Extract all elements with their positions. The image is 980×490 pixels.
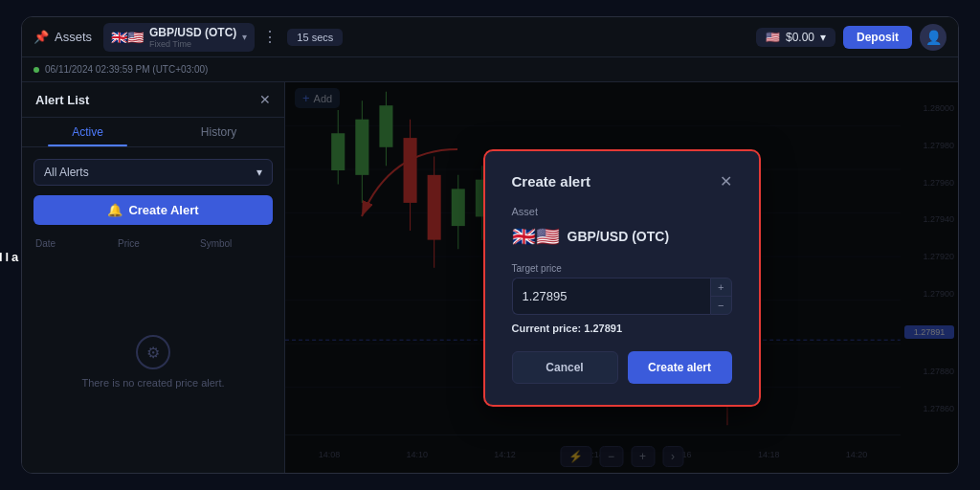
col-symbol: Symbol <box>200 238 271 249</box>
tab-history[interactable]: History <box>153 118 284 146</box>
all-alerts-label: All Alerts <box>44 166 89 179</box>
top-bar-right: 🇺🇸 $0.00 ▾ Deposit 👤 <box>756 24 947 51</box>
modal-title: Create alert <box>512 173 591 189</box>
top-bar: 📌 Assets 🇬🇧🇺🇸 GBP/USD (OTC) Fixed Time ▾… <box>22 17 958 57</box>
main-frame: 📌 Assets 🇬🇧🇺🇸 GBP/USD (OTC) Fixed Time ▾… <box>21 16 959 474</box>
modal-flag: 🇬🇧🇺🇸 <box>512 225 560 248</box>
sidebar-title: Alert List <box>35 93 89 107</box>
binolla-text: Binolla <box>0 250 21 264</box>
assets-label[interactable]: Assets <box>55 30 92 44</box>
modal-create-alert-button[interactable]: Create alert <box>628 351 732 384</box>
col-date: Date <box>35 238 106 249</box>
modal-actions: Cancel Create alert <box>512 351 732 384</box>
currency-sub: Fixed Time <box>149 39 236 49</box>
create-alert-label: Create Alert <box>128 203 198 217</box>
table-header: Date Price Symbol <box>33 234 273 253</box>
modal-header: Create alert ✕ <box>512 172 732 190</box>
chevron-down-icon: ▾ <box>242 32 247 42</box>
pin-icon: 📌 <box>33 30 49 44</box>
create-alert-icon: 🔔 <box>107 203 122 217</box>
chart-area: + Add <box>285 82 958 473</box>
binolla-logo: ℳ Binolla <box>0 214 10 276</box>
time-interval[interactable]: 15 secs <box>287 29 343 46</box>
flag-gbp: 🇬🇧🇺🇸 <box>111 30 144 45</box>
currency-pair: GBP/USD (OTC) <box>149 26 236 39</box>
date-bar: 06/11/2024 02:39:59 PM (UTC+03:00) <box>22 57 958 82</box>
modal-close-icon[interactable]: ✕ <box>720 172 732 190</box>
select-chevron-icon: ▾ <box>256 166 262 179</box>
dots-menu-icon[interactable]: ⋮ <box>262 28 278 46</box>
create-alert-button[interactable]: 🔔 Create Alert <box>33 195 273 225</box>
price-stepper: + − <box>710 278 731 315</box>
all-alerts-select[interactable]: All Alerts ▾ <box>33 159 273 186</box>
main-content: Alert List ✕ Active History All Alerts ▾ <box>22 82 958 473</box>
top-bar-mid: ⋮ 15 secs <box>262 28 748 46</box>
date-dot <box>33 67 39 73</box>
user-avatar[interactable]: 👤 <box>920 24 947 51</box>
balance-value: $0.00 <box>786 31 814 44</box>
modal-asset-name: GBP/USD (OTC) <box>568 229 670 244</box>
sidebar-close-icon[interactable]: ✕ <box>259 92 271 107</box>
target-price-input[interactable] <box>512 278 711 315</box>
modal-asset: 🇬🇧🇺🇸 GBP/USD (OTC) <box>512 225 732 248</box>
tab-active[interactable]: Active <box>22 118 153 146</box>
user-icon: 👤 <box>925 30 942 45</box>
sidebar-tabs: Active History <box>22 118 284 147</box>
modal-overlay[interactable]: Create alert ✕ Asset 🇬🇧🇺🇸 GBP/USD (OTC) … <box>285 82 958 473</box>
flag-us: 🇺🇸 <box>766 31 780 44</box>
col-price: Price <box>118 238 189 249</box>
cancel-button[interactable]: Cancel <box>512 351 618 384</box>
modal-input-row: + − <box>512 278 732 315</box>
create-alert-modal: Create alert ✕ Asset 🇬🇧🇺🇸 GBP/USD (OTC) … <box>483 149 761 407</box>
date-text: 06/11/2024 02:39:59 PM (UTC+03:00) <box>45 64 208 75</box>
settings-icon: ⚙ <box>146 344 160 362</box>
modal-input-label: Target price <box>512 263 732 274</box>
balance-chevron-icon: ▾ <box>820 31 826 44</box>
current-price-display: Current price: 1.27891 <box>512 323 732 334</box>
sidebar: Alert List ✕ Active History All Alerts ▾ <box>22 82 285 473</box>
empty-text: There is no created price alert. <box>81 377 224 389</box>
deposit-button[interactable]: Deposit <box>843 26 912 49</box>
empty-state: ⚙ There is no created price alert. <box>33 262 273 461</box>
modal-asset-label: Asset <box>512 206 732 217</box>
stepper-up-button[interactable]: + <box>711 278 730 297</box>
sidebar-body: All Alerts ▾ 🔔 Create Alert Date Price S… <box>22 147 284 473</box>
sidebar-header: Alert List ✕ <box>22 82 284 118</box>
currency-selector[interactable]: 🇬🇧🇺🇸 GBP/USD (OTC) Fixed Time ▾ <box>103 23 255 52</box>
stepper-down-button[interactable]: − <box>711 297 730 314</box>
current-price-value: 1.27891 <box>584 323 622 334</box>
top-bar-left: 📌 Assets 🇬🇧🇺🇸 GBP/USD (OTC) Fixed Time ▾ <box>33 23 255 52</box>
balance-badge[interactable]: 🇺🇸 $0.00 ▾ <box>756 28 835 47</box>
empty-icon: ⚙ <box>136 335 170 369</box>
